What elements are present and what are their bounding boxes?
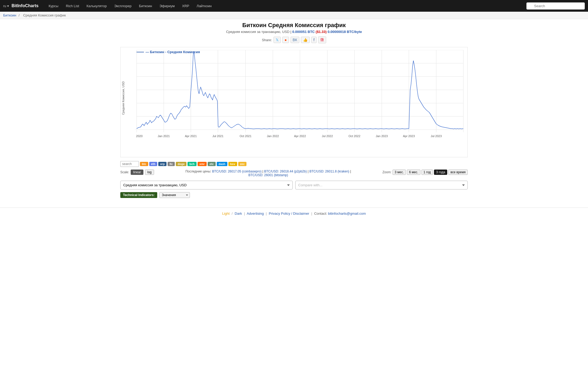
bch-tag[interactable]: bch bbox=[188, 162, 197, 166]
svg-text:Apr 2023: Apr 2023 bbox=[403, 134, 415, 138]
twitter-share-button[interactable]: 𝕏 bbox=[274, 37, 281, 43]
chart-svg: 0 10 20 30 40 50 60 Oct 2020 Jan 2021 Ap… bbox=[135, 50, 465, 148]
nav-litecoin[interactable]: Лайткоин bbox=[193, 0, 215, 12]
ltc-tag[interactable]: ltc bbox=[168, 162, 175, 166]
nav-rich-list[interactable]: Rich List bbox=[62, 0, 83, 12]
svg-text:Jul 2023: Jul 2023 bbox=[431, 134, 442, 138]
vk-share-button[interactable]: ВК bbox=[291, 37, 300, 43]
svg-text:Jul 2022: Jul 2022 bbox=[322, 134, 333, 138]
zoom-3mo-button[interactable]: 3 мес. bbox=[393, 170, 406, 175]
svg-text:20: 20 bbox=[135, 101, 135, 104]
byte-value: 0.00000018 BTC/byte bbox=[327, 30, 362, 34]
y-axis-label: Средняя Комиссия, USD bbox=[122, 81, 125, 115]
footer-privacy-link[interactable]: Privacy Policy / Disclaimer bbox=[269, 212, 309, 216]
breadcrumb-separator: / bbox=[19, 13, 20, 17]
btc-tag[interactable]: btc bbox=[140, 162, 148, 166]
subtitle-prefix: Средняя комиссия за транзакцию, USD bbox=[226, 30, 289, 34]
etc-tag[interactable]: etc bbox=[208, 162, 216, 166]
footer-advertising-link[interactable]: Advertising bbox=[247, 212, 264, 216]
prices-label: Последние цены: bbox=[185, 170, 211, 173]
legend-line bbox=[137, 52, 144, 52]
svg-text:10: 10 bbox=[135, 115, 135, 118]
technical-indicators-label: Technical Indicators: bbox=[120, 192, 157, 198]
main-content: Биткоин Средняя Комиссия график Средняя … bbox=[116, 19, 472, 205]
footer-contact-email[interactable]: bitinfocharts@gmail.com bbox=[328, 212, 366, 216]
share-label: Share: bbox=[262, 38, 272, 42]
search-container: 🔍 bbox=[526, 2, 585, 10]
compare-dropdown[interactable]: Compare with... bbox=[295, 181, 468, 189]
xrp-tag[interactable]: xrp bbox=[158, 162, 167, 166]
technical-indicators-select[interactable]: Значения SMA EMA Bollinger Bands bbox=[159, 192, 190, 198]
zoom-6mo-button[interactable]: 6 мес. bbox=[407, 170, 420, 175]
title-section: Биткоин Средняя Комиссия график Средняя … bbox=[120, 22, 468, 34]
xmr-tag[interactable]: xmr bbox=[198, 162, 207, 166]
breadcrumb-parent[interactable]: Биткоин bbox=[3, 13, 16, 17]
nav-courses[interactable]: Курсы bbox=[45, 0, 62, 12]
coin-search-input[interactable] bbox=[120, 161, 139, 167]
chart-svg-wrap: 0 10 20 30 40 50 60 Oct 2020 Jan 2021 Ap… bbox=[121, 47, 467, 157]
nav-explorer[interactable]: Эксплорер bbox=[110, 0, 135, 12]
svg-text:50: 50 bbox=[135, 61, 135, 65]
nav-calculator[interactable]: Калькулятор bbox=[83, 0, 110, 12]
prices-section: Последние цены: BTC/USD: 26017.05 (coinb… bbox=[154, 170, 382, 177]
search-input[interactable] bbox=[526, 2, 585, 10]
metric-dropdown[interactable]: Средняя комиссия за транзакцию, USD bbox=[120, 181, 293, 189]
footer-contact-prefix: Contact: bbox=[314, 212, 327, 216]
like-share-button[interactable]: 👍 bbox=[301, 37, 310, 43]
svg-text:Apr 2022: Apr 2022 bbox=[294, 134, 306, 138]
dash-tag[interactable]: dash bbox=[217, 162, 227, 166]
zoom-all-button[interactable]: все время bbox=[448, 170, 468, 175]
prices-coinbasepro[interactable]: BTC/USD: 26017.05 (coinbasepro) bbox=[212, 170, 262, 173]
lang-selector[interactable]: ru ▾ bbox=[3, 4, 9, 8]
breadcrumb: Биткоин / Средняя Комиссия график bbox=[0, 12, 588, 19]
prices-kraken[interactable]: BTC/USD: 26011.8 (kraken) bbox=[309, 170, 349, 173]
scale-log-button[interactable]: log bbox=[145, 170, 154, 175]
dropdowns-row: Средняя комиссия за транзакцию, USD Comp… bbox=[120, 181, 468, 189]
doge-tag[interactable]: doge bbox=[176, 162, 186, 166]
zec-tag[interactable]: zec bbox=[238, 162, 247, 166]
chart-container: — Биткоин - Средняя Комиссия Средняя Ком… bbox=[120, 47, 468, 157]
nav-links: Курсы Rich List Калькулятор Эксплорер Би… bbox=[45, 0, 526, 12]
zoom-section: Zoom: 3 мес. 6 мес. 1 год 3 года все вре… bbox=[382, 170, 468, 175]
navbar: ru ▾ BitInfoCharts Курсы Rich List Кальк… bbox=[0, 0, 588, 12]
svg-text:Apr 2021: Apr 2021 bbox=[185, 134, 197, 138]
svg-text:Oct 2021: Oct 2021 bbox=[240, 134, 252, 138]
weibo-share-button[interactable]: 微 bbox=[318, 36, 326, 43]
footer-light-link[interactable]: Light bbox=[222, 212, 229, 216]
footer: Light / Dark | Advertising | Privacy Pol… bbox=[0, 208, 588, 219]
share-row: Share: 𝕏 ● ВК 👍 f 微 bbox=[120, 36, 468, 43]
scale-label: Scale: bbox=[120, 170, 129, 174]
nav-bitcoin[interactable]: Биткоин bbox=[135, 0, 156, 12]
prices-p2pb2b[interactable]: BTC/USD: 26018.44 (p2pb2b) bbox=[264, 170, 307, 173]
site-logo: BitInfoCharts bbox=[12, 3, 39, 8]
subtitle: Средняя комиссия за транзакцию, USD | 0.… bbox=[120, 30, 468, 34]
scale-prices-row: Scale: linear log Последние цены: BTC/US… bbox=[120, 168, 468, 178]
svg-text:Oct 2022: Oct 2022 bbox=[348, 134, 360, 138]
scale-linear-button[interactable]: linear bbox=[131, 170, 143, 175]
svg-text:Jan 2023: Jan 2023 bbox=[376, 134, 388, 138]
svg-text:Jan 2022: Jan 2022 bbox=[267, 134, 279, 138]
chart-legend: — Биткоин - Средняя Комиссия bbox=[137, 50, 200, 54]
zoom-1yr-button[interactable]: 1 год bbox=[421, 170, 433, 175]
svg-text:0: 0 bbox=[135, 128, 135, 131]
usd-value: ($1.33) bbox=[316, 30, 327, 34]
svg-text:Oct 2020: Oct 2020 bbox=[135, 134, 143, 138]
footer-dark-link[interactable]: Dark bbox=[235, 212, 242, 216]
eth-tag[interactable]: eth bbox=[149, 162, 157, 166]
zoom-3yr-button[interactable]: 3 года bbox=[434, 170, 447, 175]
facebook-share-button[interactable]: f bbox=[311, 37, 317, 43]
bsv-tag[interactable]: bsv bbox=[228, 162, 237, 166]
technical-indicators-row: Technical Indicators: Значения SMA EMA B… bbox=[120, 192, 468, 198]
prices-bitstamp[interactable]: BTC/USD: 26001 (bitstamp) bbox=[248, 173, 288, 177]
btc-value: 0.000051 BTC bbox=[292, 30, 315, 34]
coin-tags-row: btc eth xrp ltc doge bch xmr etc dash bs… bbox=[120, 159, 468, 168]
lang-label: ru bbox=[3, 4, 6, 8]
chevron-down-icon: ▾ bbox=[7, 4, 9, 8]
nav-ethereum[interactable]: Эфириум bbox=[156, 0, 178, 12]
reddit-share-button[interactable]: ● bbox=[282, 37, 289, 43]
nav-xrp[interactable]: XRP bbox=[178, 0, 193, 12]
scale-section: Scale: linear log bbox=[120, 170, 154, 175]
zoom-label: Zoom: bbox=[382, 170, 391, 174]
breadcrumb-current: Средняя Комиссия график bbox=[23, 13, 66, 17]
svg-text:Jul 2021: Jul 2021 bbox=[212, 134, 224, 138]
